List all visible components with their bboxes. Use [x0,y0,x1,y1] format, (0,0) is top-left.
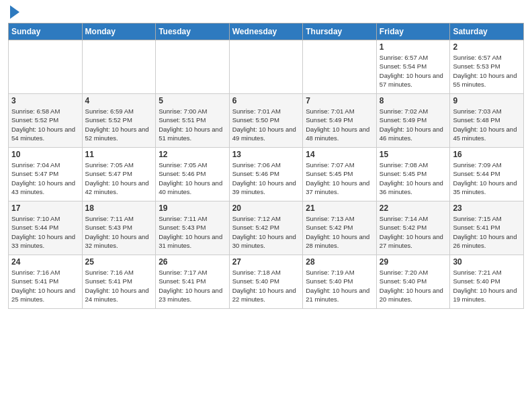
day-number: 8 [380,96,447,105]
page-header [8,7,524,19]
calendar-cell: 6Sunrise: 7:01 AM Sunset: 5:50 PM Daylig… [229,94,303,148]
calendar-cell: 7Sunrise: 7:01 AM Sunset: 5:49 PM Daylig… [303,94,377,148]
day-number: 11 [85,150,153,159]
day-number: 10 [11,150,79,159]
day-number: 13 [232,150,300,159]
day-number: 19 [159,203,226,213]
calendar-cell: 9Sunrise: 7:03 AM Sunset: 5:48 PM Daylig… [450,94,524,148]
day-info: Sunrise: 7:12 AM Sunset: 5:42 PM Dayligh… [232,214,300,250]
day-number: 25 [85,257,153,267]
calendar-cell: 12Sunrise: 7:05 AM Sunset: 5:46 PM Dayli… [156,148,230,201]
calendar-week-row: 3Sunrise: 6:58 AM Sunset: 5:52 PM Daylig… [9,94,524,148]
calendar-cell: 25Sunrise: 7:16 AM Sunset: 5:41 PM Dayli… [82,255,156,309]
day-number: 27 [232,257,300,267]
day-info: Sunrise: 7:07 AM Sunset: 5:45 PM Dayligh… [306,161,373,196]
day-info: Sunrise: 7:10 AM Sunset: 5:44 PM Dayligh… [11,214,79,250]
day-info: Sunrise: 6:57 AM Sunset: 5:54 PM Dayligh… [380,53,447,89]
calendar-cell: 19Sunrise: 7:11 AM Sunset: 5:43 PM Dayli… [156,201,230,255]
calendar-cell [156,40,230,94]
day-info: Sunrise: 7:18 AM Sunset: 5:40 PM Dayligh… [232,268,300,304]
day-info: Sunrise: 7:21 AM Sunset: 5:40 PM Dayligh… [453,268,521,304]
day-info: Sunrise: 7:16 AM Sunset: 5:41 PM Dayligh… [85,268,153,304]
logo-arrow-icon [10,5,19,19]
day-info: Sunrise: 7:14 AM Sunset: 5:42 PM Dayligh… [380,214,447,250]
calendar-cell: 23Sunrise: 7:15 AM Sunset: 5:41 PM Dayli… [450,201,524,255]
logo [8,7,19,19]
day-info: Sunrise: 7:17 AM Sunset: 5:41 PM Dayligh… [159,268,226,304]
calendar-day-header: Wednesday [229,24,303,40]
calendar-cell: 10Sunrise: 7:04 AM Sunset: 5:47 PM Dayli… [9,148,83,201]
day-number: 9 [453,96,521,105]
day-info: Sunrise: 6:58 AM Sunset: 5:52 PM Dayligh… [11,107,79,142]
day-info: Sunrise: 7:02 AM Sunset: 5:49 PM Dayligh… [380,107,447,142]
day-number: 12 [159,150,226,159]
calendar-cell [9,40,83,94]
day-number: 29 [380,257,447,267]
day-info: Sunrise: 7:05 AM Sunset: 5:46 PM Dayligh… [159,161,226,196]
calendar-week-row: 10Sunrise: 7:04 AM Sunset: 5:47 PM Dayli… [9,148,524,201]
day-info: Sunrise: 6:59 AM Sunset: 5:52 PM Dayligh… [85,107,153,142]
day-number: 7 [306,96,373,105]
day-info: Sunrise: 7:13 AM Sunset: 5:42 PM Dayligh… [306,214,373,250]
calendar-cell: 15Sunrise: 7:08 AM Sunset: 5:45 PM Dayli… [376,148,450,201]
calendar-week-row: 17Sunrise: 7:10 AM Sunset: 5:44 PM Dayli… [9,201,524,255]
page-container: SundayMondayTuesdayWednesdayThursdayFrid… [0,0,532,316]
calendar-cell: 14Sunrise: 7:07 AM Sunset: 5:45 PM Dayli… [303,148,377,201]
calendar-cell: 18Sunrise: 7:11 AM Sunset: 5:43 PM Dayli… [82,201,156,255]
day-info: Sunrise: 7:20 AM Sunset: 5:40 PM Dayligh… [380,268,447,304]
calendar-cell: 24Sunrise: 7:16 AM Sunset: 5:41 PM Dayli… [9,255,83,309]
day-info: Sunrise: 7:16 AM Sunset: 5:41 PM Dayligh… [11,268,79,304]
day-info: Sunrise: 7:19 AM Sunset: 5:40 PM Dayligh… [306,268,373,304]
day-info: Sunrise: 7:00 AM Sunset: 5:51 PM Dayligh… [159,107,226,142]
day-number: 18 [85,203,153,213]
day-number: 26 [159,257,226,267]
calendar-day-header: Saturday [450,24,524,40]
calendar-cell: 26Sunrise: 7:17 AM Sunset: 5:41 PM Dayli… [156,255,230,309]
calendar-cell [303,40,377,94]
calendar-cell: 28Sunrise: 7:19 AM Sunset: 5:40 PM Dayli… [303,255,377,309]
calendar-cell [229,40,303,94]
calendar-day-header: Tuesday [156,24,230,40]
day-number: 1 [380,42,447,52]
day-number: 6 [232,96,300,105]
calendar-cell: 1Sunrise: 6:57 AM Sunset: 5:54 PM Daylig… [376,40,450,94]
day-info: Sunrise: 7:15 AM Sunset: 5:41 PM Dayligh… [453,214,521,250]
calendar-cell: 3Sunrise: 6:58 AM Sunset: 5:52 PM Daylig… [9,94,83,148]
calendar-cell: 13Sunrise: 7:06 AM Sunset: 5:46 PM Dayli… [229,148,303,201]
day-number: 21 [306,203,373,213]
calendar-cell: 22Sunrise: 7:14 AM Sunset: 5:42 PM Dayli… [376,201,450,255]
calendar-cell: 8Sunrise: 7:02 AM Sunset: 5:49 PM Daylig… [376,94,450,148]
day-info: Sunrise: 7:08 AM Sunset: 5:45 PM Dayligh… [380,161,447,196]
calendar-day-header: Friday [376,24,450,40]
calendar-cell: 2Sunrise: 6:57 AM Sunset: 5:53 PM Daylig… [450,40,524,94]
day-number: 3 [11,96,79,105]
calendar-cell: 4Sunrise: 6:59 AM Sunset: 5:52 PM Daylig… [82,94,156,148]
day-number: 15 [380,150,447,159]
day-info: Sunrise: 7:09 AM Sunset: 5:44 PM Dayligh… [453,161,521,196]
calendar-table: SundayMondayTuesdayWednesdayThursdayFrid… [8,23,524,309]
day-info: Sunrise: 7:05 AM Sunset: 5:47 PM Dayligh… [85,161,153,196]
calendar-cell [82,40,156,94]
calendar-day-header: Monday [82,24,156,40]
calendar-cell: 29Sunrise: 7:20 AM Sunset: 5:40 PM Dayli… [376,255,450,309]
day-info: Sunrise: 7:01 AM Sunset: 5:50 PM Dayligh… [232,107,300,142]
day-number: 14 [306,150,373,159]
day-info: Sunrise: 6:57 AM Sunset: 5:53 PM Dayligh… [453,53,521,89]
day-number: 17 [11,203,79,213]
day-number: 28 [306,257,373,267]
calendar-cell: 30Sunrise: 7:21 AM Sunset: 5:40 PM Dayli… [450,255,524,309]
calendar-day-header: Thursday [303,24,377,40]
calendar-week-row: 24Sunrise: 7:16 AM Sunset: 5:41 PM Dayli… [9,255,524,309]
calendar-cell: 17Sunrise: 7:10 AM Sunset: 5:44 PM Dayli… [9,201,83,255]
day-number: 4 [85,96,153,105]
day-info: Sunrise: 7:11 AM Sunset: 5:43 PM Dayligh… [85,214,153,250]
calendar-cell: 11Sunrise: 7:05 AM Sunset: 5:47 PM Dayli… [82,148,156,201]
day-number: 5 [159,96,226,105]
calendar-cell: 20Sunrise: 7:12 AM Sunset: 5:42 PM Dayli… [229,201,303,255]
day-number: 16 [453,150,521,159]
calendar-cell: 27Sunrise: 7:18 AM Sunset: 5:40 PM Dayli… [229,255,303,309]
day-info: Sunrise: 7:01 AM Sunset: 5:49 PM Dayligh… [306,107,373,142]
day-info: Sunrise: 7:06 AM Sunset: 5:46 PM Dayligh… [232,161,300,196]
day-info: Sunrise: 7:11 AM Sunset: 5:43 PM Dayligh… [159,214,226,250]
day-info: Sunrise: 7:03 AM Sunset: 5:48 PM Dayligh… [453,107,521,142]
